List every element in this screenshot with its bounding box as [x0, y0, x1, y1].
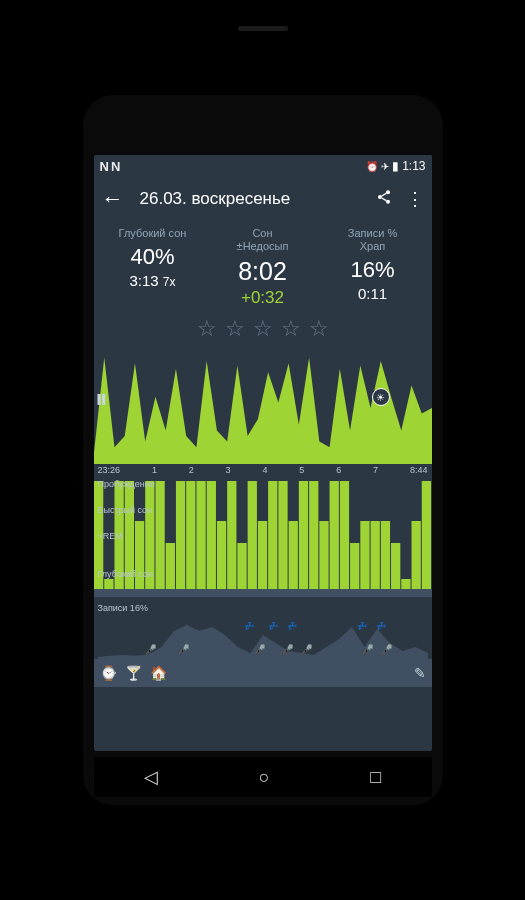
hypno-label-light: Быстрый сон: [98, 505, 153, 515]
hypno-label-awake: Пробуждение: [98, 479, 155, 489]
svg-rect-24: [309, 481, 318, 593]
svg-rect-13: [196, 481, 205, 593]
svg-text:🎤: 🎤: [178, 644, 191, 656]
stats-row: Глубокий сон 40% 3:13 7x Сон ±Недосып 8:…: [94, 221, 432, 310]
snore-svg: 🎤🎤🎤🎤🎤🎤🎤💤💤💤💤💤: [98, 615, 428, 659]
svg-text:🎤: 🎤: [362, 644, 375, 656]
stat-sub: 3:13 7x: [98, 272, 208, 289]
page-title: 26.03. воскресенье: [140, 189, 362, 209]
phone-speaker: [238, 26, 288, 31]
snore-label: Записи 16%: [98, 603, 428, 613]
time-tick: 6: [336, 465, 341, 475]
stat-snore: Записи % Храп 16% 0:11: [318, 227, 428, 308]
drink-icon[interactable]: 🍸: [125, 665, 142, 681]
svg-rect-35: [421, 481, 430, 593]
svg-rect-15: [216, 521, 225, 593]
snore-chart[interactable]: 🎤🎤🎤🎤🎤🎤🎤💤💤💤💤💤: [98, 615, 428, 659]
hypno-label-deep: Глубокий сон: [98, 569, 153, 579]
svg-rect-7: [134, 521, 143, 593]
svg-text:🎤: 🎤: [281, 644, 294, 656]
star-icon[interactable]: ☆: [225, 316, 245, 342]
svg-text:💤: 💤: [357, 620, 368, 632]
snore-section: Записи 16% 🎤🎤🎤🎤🎤🎤🎤💤💤💤💤💤: [94, 601, 432, 659]
svg-point-1: [378, 195, 382, 199]
hypno-svg: [94, 475, 432, 601]
nav-home-button[interactable]: ○: [259, 767, 270, 788]
svg-text:💤: 💤: [376, 620, 387, 632]
edit-button[interactable]: ✎: [414, 665, 426, 681]
stat-sub: 0:11: [318, 285, 428, 302]
svg-rect-10: [165, 543, 174, 593]
svg-rect-28: [350, 543, 359, 593]
svg-text:🎤: 🎤: [253, 644, 266, 656]
nav-recent-button[interactable]: □: [370, 767, 381, 788]
notification-icon: N: [111, 159, 120, 174]
stat-diff: +0:32: [208, 288, 318, 308]
hypno-label-rem: ~REM: [98, 531, 123, 541]
notification-icon: N: [100, 159, 109, 174]
more-button[interactable]: ⋮: [406, 188, 424, 210]
home-icon[interactable]: 🏠: [150, 665, 167, 681]
time-tick: 4: [262, 465, 267, 475]
back-button[interactable]: ←: [102, 186, 124, 212]
nav-back-button[interactable]: ◁: [144, 766, 158, 788]
svg-text:💤: 💤: [267, 620, 278, 632]
stat-value: 16%: [318, 257, 428, 283]
status-right: ⏰ ✈ ▮ 1:13: [366, 159, 425, 173]
svg-rect-25: [319, 521, 328, 593]
app-bar: ← 26.03. воскресенье ⋮: [94, 177, 432, 221]
svg-rect-19: [257, 521, 266, 593]
stat-label: Записи % Храп: [318, 227, 428, 253]
svg-rect-27: [339, 481, 348, 593]
airplane-icon: ✈: [381, 161, 389, 172]
star-icon[interactable]: ☆: [253, 316, 273, 342]
phone-inner: N N ⏰ ✈ ▮ 1:13 ← 26.03. воскресенье ⋮: [91, 103, 435, 797]
stat-sleep: Сон ±Недосып 8:02 +0:32: [208, 227, 318, 308]
time-tick: 8:44: [410, 465, 428, 475]
svg-rect-12: [186, 481, 195, 593]
screen: N N ⏰ ✈ ▮ 1:13 ← 26.03. воскресенье ⋮: [94, 155, 432, 751]
stat-label: Сон ±Недосып: [208, 227, 318, 253]
hypnogram-chart[interactable]: Пробуждение Быстрый сон ~REM Глубокий со…: [94, 475, 432, 601]
svg-rect-20: [268, 481, 277, 593]
svg-rect-14: [206, 481, 215, 593]
stat-deep-sleep: Глубокий сон 40% 3:13 7x: [98, 227, 208, 308]
svg-rect-23: [298, 481, 307, 593]
share-button[interactable]: [376, 189, 392, 210]
time-tick: 2: [189, 465, 194, 475]
stat-label: Глубокий сон: [98, 227, 208, 240]
svg-rect-30: [370, 521, 379, 593]
status-bar: N N ⏰ ✈ ▮ 1:13: [94, 155, 432, 177]
svg-text:🎤: 🎤: [380, 644, 393, 656]
actigraph-chart[interactable]: ▌▌ ☀: [94, 346, 432, 464]
battery-icon: ▮: [392, 159, 399, 173]
watch-icon[interactable]: ⌚: [100, 665, 117, 681]
svg-rect-31: [380, 521, 389, 593]
android-nav-bar: ◁ ○ □: [94, 757, 432, 797]
star-icon[interactable]: ☆: [281, 316, 301, 342]
svg-text:💤: 💤: [244, 620, 255, 632]
svg-point-2: [386, 199, 390, 203]
phone-frame: N N ⏰ ✈ ▮ 1:13 ← 26.03. воскресенье ⋮: [83, 95, 443, 805]
time-tick: 1: [152, 465, 157, 475]
svg-rect-32: [391, 543, 400, 593]
time-tick: 23:26: [98, 465, 121, 475]
time-tick: 5: [299, 465, 304, 475]
svg-rect-34: [411, 521, 420, 593]
tag-icons: ⌚ 🍸 🏠: [100, 665, 167, 681]
star-icon[interactable]: ☆: [309, 316, 329, 342]
star-icon[interactable]: ☆: [197, 316, 217, 342]
time-tick: 3: [226, 465, 231, 475]
svg-rect-26: [329, 481, 338, 593]
status-left: N N: [100, 159, 121, 174]
time-axis: 23:2612345678:44: [94, 465, 432, 475]
svg-rect-17: [237, 543, 246, 593]
svg-rect-21: [278, 481, 287, 593]
svg-rect-16: [227, 481, 236, 593]
status-time: 1:13: [402, 159, 425, 173]
svg-rect-29: [360, 521, 369, 593]
rating-stars[interactable]: ☆ ☆ ☆ ☆ ☆: [94, 310, 432, 344]
stat-value: 8:02: [208, 257, 318, 286]
svg-text:🎤: 🎤: [300, 644, 313, 656]
pause-marker-icon: ▌▌: [98, 394, 107, 404]
